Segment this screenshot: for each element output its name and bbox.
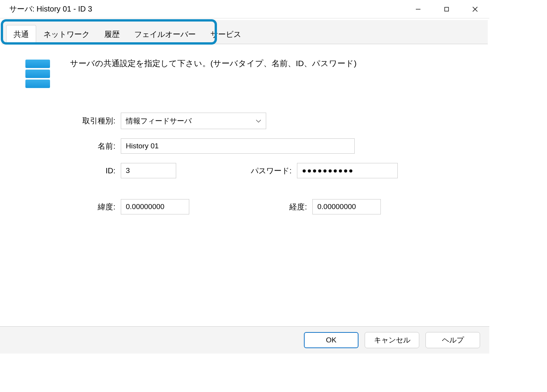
description-text: サーバの共通設定を指定して下さい。(サーバタイプ、名前、ID、パスワード) [70,57,357,69]
tab-failover[interactable]: フェイルオーバー [127,25,203,44]
id-input[interactable] [121,163,176,178]
minimize-button[interactable] [404,0,432,18]
minimize-icon [415,6,421,12]
close-button[interactable] [461,0,489,18]
longitude-input[interactable] [312,199,381,214]
password-label: パスワード: [238,166,292,176]
window-controls [404,0,489,18]
maximize-button[interactable] [432,0,461,18]
help-button[interactable]: ヘルプ [425,332,480,348]
server-config-dialog: サーバ: History 01 - ID 3 共通 ネットワーク 履歴 フェイル… [0,0,489,354]
id-label: ID: [69,166,115,175]
name-input[interactable] [121,138,355,154]
type-label: 取引種別: [69,116,115,126]
tab-service[interactable]: サービス [203,25,248,44]
tab-common[interactable]: 共通 [6,25,36,44]
longitude-label: 経度: [269,202,307,212]
svg-rect-1 [445,7,449,11]
name-label: 名前: [69,141,115,151]
dialog-footer: OK キャンセル ヘルプ [0,326,489,354]
ok-button[interactable]: OK [304,332,359,348]
content-area: サーバの共通設定を指定して下さい。(サーバタイプ、名前、ID、パスワード) 取引… [0,44,489,326]
maximize-icon [444,7,449,12]
latitude-input[interactable] [121,199,189,214]
tab-history[interactable]: 履歴 [97,25,127,44]
password-input[interactable] [297,163,398,178]
cancel-button[interactable]: キャンセル [365,332,419,348]
close-icon [472,6,478,12]
tab-network[interactable]: ネットワーク [36,25,97,44]
form: 取引種別: 情報フィードサーバ 名前: ID: パスワード: 緯度: [69,113,474,214]
tabbar: 共通 ネットワーク 履歴 フェイルオーバー サービス [2,20,488,44]
latitude-label: 緯度: [69,202,115,212]
window-title: サーバ: History 01 - ID 3 [9,4,92,14]
server-icon [25,60,52,89]
titlebar: サーバ: History 01 - ID 3 [0,0,489,18]
type-select[interactable]: 情報フィードサーバ [121,113,266,129]
